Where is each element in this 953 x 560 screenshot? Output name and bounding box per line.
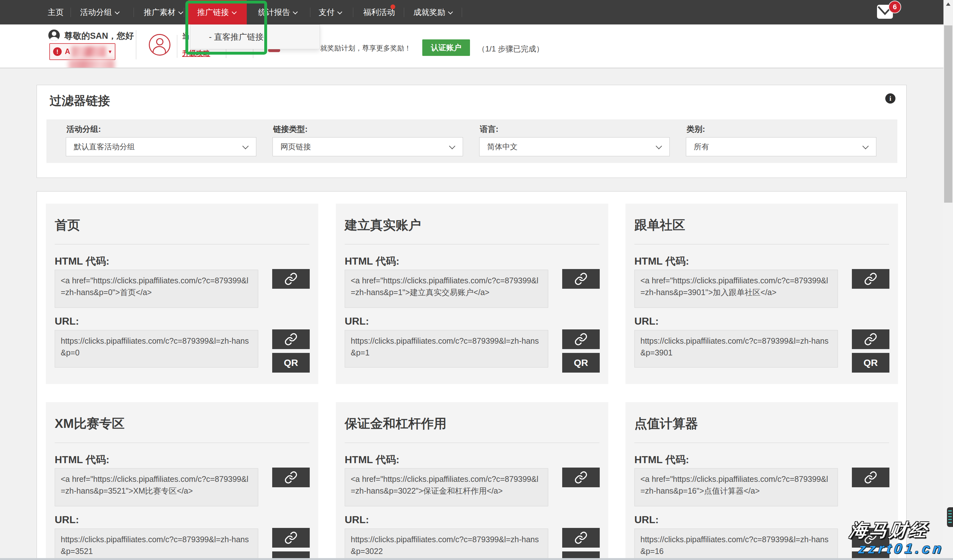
divider <box>634 442 889 443</box>
link-type-select[interactable]: 网页链接 <box>273 137 463 156</box>
select-value: 简体中文 <box>487 138 518 156</box>
copy-html-button[interactable] <box>852 269 889 289</box>
html-code-box[interactable]: <a href="https://clicks.pipaffiliates.co… <box>634 270 838 308</box>
filter-language: 语言: 简体中文 <box>479 119 670 163</box>
chevron-down-icon <box>337 9 343 15</box>
copy-url-button[interactable] <box>562 330 600 349</box>
scroll-up-arrow-icon[interactable] <box>946 3 950 6</box>
nav-item-achievement-rewards[interactable]: 成就奖励 <box>413 0 452 25</box>
link-chain-icon <box>284 333 298 346</box>
url-box[interactable]: https://clicks.pipaffiliates.com/c?c=879… <box>55 330 258 368</box>
campaign-group-select[interactable]: 默认直客活动分组 <box>66 137 256 156</box>
nav-item-campaign-groups[interactable]: 活动分组 <box>80 0 119 25</box>
nav-item-home[interactable]: 主页 <box>48 0 64 25</box>
copy-html-button[interactable] <box>272 269 310 289</box>
link-chain-icon <box>574 471 588 484</box>
vertical-scrollbar-thumb[interactable] <box>944 25 952 203</box>
nav-separator <box>353 8 353 17</box>
verify-account-button[interactable]: 认证账户 <box>422 39 470 56</box>
chevron-down-icon <box>242 143 249 149</box>
html-code-box[interactable]: <a href="https://clicks.pipaffiliates.co… <box>345 468 548 506</box>
html-code-label: HTML 代码: <box>634 254 689 268</box>
filter-link-type: 链接类型: 网页链接 <box>273 119 463 163</box>
copy-html-button[interactable] <box>562 269 600 289</box>
url-box[interactable]: https://clicks.pipaffiliates.com/c?c=879… <box>345 330 548 368</box>
info-icon[interactable]: i <box>885 93 896 104</box>
watermark-brand: 海马财经 <box>848 518 930 543</box>
select-value: 网页链接 <box>281 138 311 156</box>
qr-button[interactable]: QR <box>852 353 889 373</box>
html-code-box[interactable]: <a href="https://clicks.pipaffiliates.co… <box>634 468 838 506</box>
copy-html-button[interactable] <box>562 467 600 487</box>
filter-strip: 活动分组: 默认直客活动分组 链接类型: 网页链接 语言: 简体中文 <box>47 119 897 163</box>
html-code-box[interactable]: <a href="https://clicks.pipaffiliates.co… <box>55 468 258 506</box>
filter-panel-title: 过滤器链接 <box>50 93 110 109</box>
card-title: 点值计算器 <box>634 415 698 432</box>
url-box[interactable]: https://clicks.pipaffiliates.com/c?c=879… <box>634 529 838 560</box>
page: 主页 活动分组 推广素材 推广链接 统计报告 支付 福利活动 成就奖励 <box>0 0 953 560</box>
chevron-down-icon <box>862 143 869 149</box>
url-label: URL: <box>634 316 658 327</box>
user-icon <box>48 29 60 41</box>
select-value: 默认直客活动分组 <box>74 138 135 156</box>
divider <box>55 442 309 443</box>
header-divider <box>136 30 137 59</box>
filter-label: 语言: <box>480 124 498 135</box>
link-chain-icon <box>574 531 588 545</box>
account-pill-letter: A <box>65 47 70 56</box>
vertical-scrollbar-track[interactable] <box>944 0 953 560</box>
card-title: 首页 <box>55 216 80 234</box>
nav-item-promo-materials[interactable]: 推广素材 <box>144 0 183 25</box>
divider <box>345 442 599 443</box>
url-label: URL: <box>55 514 79 526</box>
copy-html-button[interactable] <box>852 467 889 487</box>
filter-panel: 过滤器链接 i 活动分组: 默认直客活动分组 链接类型: 网页链接 语言: <box>37 85 906 178</box>
language-select[interactable]: 简体中文 <box>479 137 670 156</box>
chevron-down-icon <box>449 143 455 149</box>
nav-separator <box>310 8 310 17</box>
qr-button[interactable]: QR <box>272 353 310 373</box>
header: 尊敬的SAN，您好 ! A ▼ 当 升级攻略 就奖励计划，尊享更多奖励！ 认证账… <box>0 25 944 68</box>
html-code-box[interactable]: <a href="https://clicks.pipaffiliates.co… <box>55 270 258 308</box>
nav-item-benefits[interactable]: 福利活动 <box>363 0 395 25</box>
link-card-xm-competition: XM比赛专区 HTML 代码: <a href="https://clicks.… <box>46 402 318 560</box>
redacted-account-name <box>71 46 106 57</box>
copy-url-button[interactable] <box>852 330 889 349</box>
copy-html-button[interactable] <box>272 467 310 487</box>
link-card-margin-leverage: 保证金和杠杆作用 HTML 代码: <a href="https://click… <box>336 402 608 560</box>
copy-url-button[interactable] <box>562 528 600 548</box>
chevron-down-icon <box>293 9 298 15</box>
notification-dot <box>391 5 395 9</box>
url-box[interactable]: https://clicks.pipaffiliates.com/c?c=879… <box>345 529 548 560</box>
html-code-box[interactable]: <a href="https://clicks.pipaffiliates.co… <box>345 270 548 308</box>
copy-url-button[interactable] <box>272 528 310 548</box>
html-code-label: HTML 代码: <box>345 453 399 467</box>
nav-item-payments[interactable]: 支付 <box>319 0 341 25</box>
nav-separator <box>71 8 71 17</box>
nav-item-label: 推广素材 <box>144 8 175 17</box>
qr-button[interactable]: QR <box>562 353 600 373</box>
link-chain-icon <box>864 333 877 346</box>
steps-completed-text: （1/1 步骤已完成） <box>478 44 544 54</box>
horizontal-scrollbar[interactable] <box>0 558 953 560</box>
header-divider <box>177 35 177 58</box>
filter-label: 类别: <box>686 124 705 135</box>
url-box[interactable]: https://clicks.pipaffiliates.com/c?c=879… <box>55 529 258 560</box>
account-status-pill[interactable]: ! A ▼ <box>49 43 115 60</box>
url-box[interactable]: https://clicks.pipaffiliates.com/c?c=879… <box>634 330 838 368</box>
card-title: 建立真实账户 <box>345 216 421 234</box>
caret-down-icon: ▼ <box>108 49 113 54</box>
chevron-down-icon <box>448 9 453 15</box>
link-card-copy-trading: 跟单社区 HTML 代码: <a href="https://clicks.pi… <box>626 204 898 384</box>
url-label: URL: <box>634 514 658 526</box>
profile-avatar-icon[interactable] <box>149 34 171 56</box>
url-label: URL: <box>345 316 369 327</box>
html-code-label: HTML 代码: <box>634 453 689 467</box>
link-chain-icon <box>574 272 588 286</box>
side-widget-partial[interactable] <box>947 507 953 527</box>
link-chain-icon <box>284 471 298 484</box>
url-label: URL: <box>345 514 369 526</box>
category-select[interactable]: 所有 <box>686 137 876 156</box>
divider <box>634 244 889 244</box>
copy-url-button[interactable] <box>272 330 310 349</box>
